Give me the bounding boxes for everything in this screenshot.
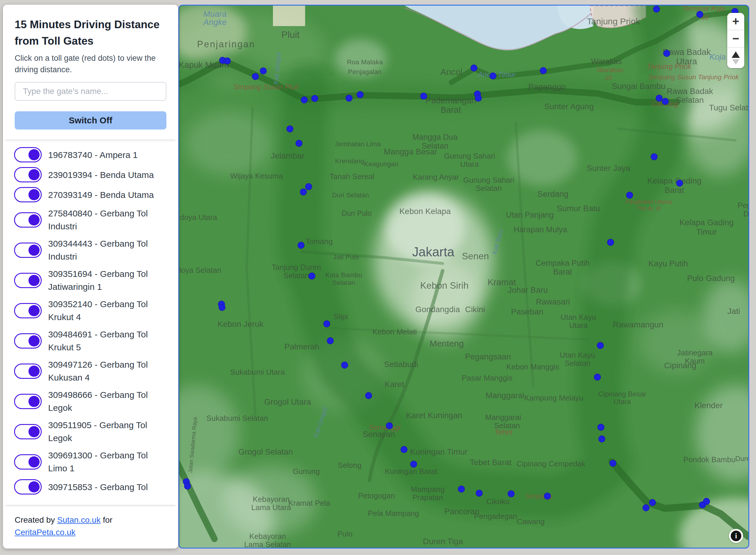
toll-gate-row: 309352140 - Gerbang Tol Krukut 4 [14,298,167,323]
gate-toggle[interactable] [14,333,42,349]
toll-gate-marker[interactable] [386,423,393,429]
toll-gate-marker[interactable] [544,493,551,499]
sidebar-header: 15 Minutes Driving Distance from Toll Ga… [3,5,178,139]
toll-gate-marker[interactable] [224,58,231,64]
toll-gate-marker[interactable] [676,180,683,186]
zoom-out-button[interactable]: − [727,30,744,47]
map-place-label: Tanjung Priok [647,62,692,71]
toll-gate-marker[interactable] [252,74,258,80]
toll-gate-marker[interactable] [323,321,330,327]
gate-toggle[interactable] [14,303,42,318]
toll-gate-marker[interactable] [471,65,477,71]
map-place-label: Kelapa Gading [679,218,734,227]
toll-gate-marker[interactable] [610,460,616,467]
gate-toggle[interactable] [14,187,42,202]
toll-gate-marker[interactable] [656,95,662,101]
toll-gate-marker[interactable] [184,483,191,489]
toggle-knob [29,169,40,180]
gate-search-input[interactable] [15,82,167,101]
map-place-label: Sukabumi Selatan [206,414,268,422]
toll-gate-marker[interactable] [365,392,372,399]
toll-gate-marker[interactable] [664,50,670,57]
toll-gate-marker[interactable] [597,342,604,349]
gate-toggle[interactable] [14,364,42,379]
map-place-label: Rawa Badak [667,87,713,96]
toll-gate-marker[interactable] [490,73,496,79]
toll-gate-marker[interactable] [341,362,348,368]
map-place-label: Keagungan [364,160,398,168]
map-svg[interactable]: MuaraAngkePluitPenjaringanKapuk MuaraSim… [179,6,748,548]
toll-gate-marker[interactable] [309,273,315,279]
toll-gate-marker[interactable] [599,436,605,442]
zoom-in-button[interactable]: + [727,13,744,30]
gate-toggle[interactable] [14,479,42,495]
toll-gate-marker[interactable] [301,97,308,103]
map-place-label: Papanggo [528,82,566,91]
toll-gate-marker[interactable] [357,91,363,98]
gate-toggle[interactable] [14,167,42,182]
toll-gate-marker[interactable] [420,93,427,99]
switch-off-button[interactable]: Switch Off [15,111,167,129]
toll-gate-marker[interactable] [594,374,601,380]
toll-gate-marker[interactable] [346,95,352,101]
toll-gate-marker[interactable] [651,154,657,160]
map-place-label: Rawasari [536,297,570,306]
toll-gate-row: 309484691 - Gerbang Tol Krukut 5 [14,328,167,353]
toll-gate-marker[interactable] [703,498,710,505]
toll-gate-row: 309691300 - Gerbang Tol Limo 1 [14,449,167,475]
toll-gate-marker[interactable] [540,68,547,74]
toll-gate-marker[interactable] [607,239,614,246]
toll-gate-marker[interactable] [598,424,604,430]
credits-link-sutan[interactable]: Sutan.co.uk [57,515,101,524]
toll-gate-marker[interactable] [312,95,318,101]
toll-gate-marker[interactable] [508,490,515,497]
triangle-down-icon [732,59,739,65]
toll-gate-marker[interactable] [643,505,649,511]
toll-gate-marker[interactable] [298,242,304,248]
pitch-toggle-button[interactable] [727,48,744,68]
toll-gate-marker[interactable] [476,490,482,496]
toggle-knob [29,335,40,346]
gate-toggle[interactable] [14,212,42,227]
map-place-label: Lama Utara [251,503,291,512]
toll-gate-marker[interactable] [300,189,307,195]
map-place-label: Pangkalan Utama [625,199,672,205]
map-zoom-control: + − [727,13,744,68]
gate-toggle[interactable] [14,243,42,258]
toll-gate-marker[interactable] [401,446,407,453]
toll-gate-row: 309511905 - Gerbang Tol Legok [14,419,167,444]
gate-toggle[interactable] [14,273,42,288]
toll-gate-row: 275840840 - Gerbang Tol Industri [14,207,167,232]
toll-gate-list[interactable]: 196783740 - Ampera 1239019394 - Benda Ut… [3,139,178,506]
toll-gate-marker[interactable] [653,6,660,12]
toll-gate-row: 270393149 - Benda Utama [14,187,167,202]
toll-gate-marker[interactable] [260,68,267,74]
credits-link-ceritapeta[interactable]: CeritaPeta.co.uk [15,528,76,537]
toll-gate-marker[interactable] [219,304,225,311]
map-place-label: Kebon Kelapa [399,207,451,216]
toll-gate-marker[interactable] [287,126,293,132]
gate-label: 309498666 - Gerbang Tol Legok [48,388,167,414]
gate-toggle[interactable] [14,394,42,409]
map-canvas[interactable]: MuaraAngkePluitPenjaringanKapuk MuaraSim… [179,5,749,549]
map-place-label: TNI AL III [636,205,661,212]
map-place-label: Warakas [597,66,623,74]
toll-gate-marker[interactable] [458,486,465,492]
map-place-label: Simpang Susun Tanjung Priok [649,73,739,81]
map-place-label: Angke [203,17,227,27]
toll-gate-marker[interactable] [411,461,417,468]
attribution-button[interactable]: i [729,529,743,543]
toll-gate-marker[interactable] [662,98,668,104]
toll-gate-marker[interactable] [475,95,482,101]
toll-gate-marker[interactable] [649,499,656,506]
toll-gate-marker[interactable] [327,338,333,344]
toll-gate-marker[interactable] [296,140,302,146]
gate-toggle[interactable] [14,424,42,439]
toll-gate-marker[interactable] [305,183,312,190]
toggle-knob [29,189,40,200]
toll-gate-marker[interactable] [697,11,703,17]
toll-gate-marker[interactable] [626,192,633,199]
map-place-label: Mangga Dua [412,133,458,141]
gate-toggle[interactable] [14,454,42,470]
gate-toggle[interactable] [14,147,42,162]
